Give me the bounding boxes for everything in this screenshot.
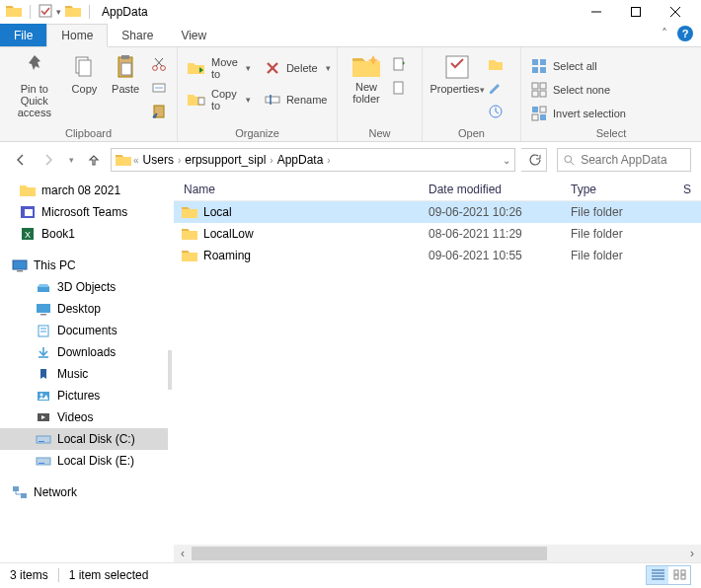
scroll-right-icon[interactable]: ›: [683, 545, 701, 562]
tree-item[interactable]: Desktop: [0, 298, 168, 320]
pin-to-quick-access-button[interactable]: Pin to Quick access: [6, 51, 63, 118]
breadcrumb-item[interactable]: AppData: [275, 153, 326, 167]
tree-item[interactable]: Pictures: [0, 385, 168, 406]
open-button[interactable]: [488, 53, 504, 75]
select-none-button[interactable]: Select none: [527, 79, 630, 101]
paste-shortcut-button[interactable]: [147, 101, 171, 122]
back-button[interactable]: [10, 149, 32, 171]
column-name[interactable]: Name: [174, 183, 428, 196]
svg-rect-29: [540, 67, 546, 73]
tree-item[interactable]: Local Disk (E:): [0, 450, 168, 472]
edit-button[interactable]: [488, 77, 504, 99]
svg-rect-28: [532, 67, 538, 73]
properties-button[interactable]: Properties▾: [428, 51, 486, 96]
svg-rect-8: [121, 55, 129, 59]
svg-rect-32: [532, 91, 538, 97]
recent-locations-button[interactable]: ▾: [65, 149, 77, 171]
address-dropdown-icon[interactable]: ⌄: [503, 155, 510, 166]
breadcrumb-item[interactable]: erpsupport_sipl: [183, 153, 268, 167]
help-icon[interactable]: ?: [677, 26, 693, 41]
svg-point-10: [153, 66, 158, 71]
svg-rect-67: [674, 570, 678, 574]
scroll-left-icon[interactable]: ‹: [174, 545, 192, 562]
column-size[interactable]: S: [679, 183, 701, 196]
group-label-clipboard: Clipboard: [6, 127, 171, 141]
tab-view[interactable]: View: [167, 24, 220, 46]
view-toggle[interactable]: [646, 565, 691, 585]
column-type[interactable]: Type: [571, 183, 679, 196]
window-title: AppData: [102, 5, 148, 19]
collapse-ribbon-icon[interactable]: ˄: [662, 27, 667, 40]
tree-item[interactable]: Microsoft Teams: [0, 201, 168, 223]
large-icons-view-icon[interactable]: [668, 566, 690, 584]
delete-button[interactable]: Delete▾: [261, 57, 335, 79]
tree-item[interactable]: X Book1: [0, 223, 168, 245]
move-to-button[interactable]: Move to▾: [184, 57, 255, 79]
group-label-new: New: [344, 127, 416, 141]
qat-dropdown-icon[interactable]: ▾: [56, 7, 61, 17]
group-label-select: Select: [527, 127, 695, 141]
scroll-thumb[interactable]: [192, 547, 547, 560]
chevron-right-icon[interactable]: ›: [178, 155, 181, 166]
title-bar: ▾ AppData: [0, 0, 701, 24]
column-headers[interactable]: Name Date modified Type S: [174, 178, 701, 201]
ribbon-tabs: File Home Share View ˄ ?: [0, 24, 701, 47]
invert-selection-button[interactable]: Invert selection: [527, 103, 630, 124]
copy-to-button[interactable]: Copy to▾: [184, 89, 255, 110]
tab-share[interactable]: Share: [108, 24, 167, 46]
address-bar[interactable]: « Users › erpsupport_sipl › AppData › ⌄: [111, 148, 515, 172]
svg-rect-26: [532, 59, 538, 65]
easy-access-button[interactable]: [391, 77, 407, 99]
tree-item[interactable]: Downloads: [0, 341, 168, 363]
select-all-button[interactable]: Select all: [527, 55, 630, 77]
history-button[interactable]: [488, 101, 504, 122]
tab-home[interactable]: Home: [46, 24, 108, 47]
row-type: File folder: [571, 205, 679, 219]
table-row[interactable]: Local09-06-2021 10:26File folder: [174, 201, 701, 223]
up-button[interactable]: [83, 149, 105, 171]
qat-item-icon[interactable]: [39, 4, 52, 21]
tree-item-network[interactable]: Network: [0, 481, 168, 503]
minimize-button[interactable]: [577, 0, 616, 24]
tree-item[interactable]: Music: [0, 363, 168, 385]
tree-item-local-disk-c[interactable]: Local Disk (C:): [0, 428, 168, 450]
tab-file[interactable]: File: [0, 24, 46, 46]
tree-item-this-pc[interactable]: This PC: [0, 255, 168, 276]
svg-rect-70: [681, 575, 685, 579]
tree-item[interactable]: Videos: [0, 406, 168, 428]
svg-line-39: [571, 161, 574, 164]
search-box[interactable]: [557, 148, 691, 172]
rename-button[interactable]: Rename: [261, 89, 335, 110]
svg-rect-47: [37, 304, 50, 313]
paste-button[interactable]: Paste: [106, 51, 145, 95]
close-button[interactable]: [656, 0, 695, 24]
svg-rect-22: [394, 58, 403, 70]
table-row[interactable]: Roaming09-06-2021 10:55File folder: [174, 245, 701, 266]
maximize-button[interactable]: [616, 0, 656, 24]
tree-item[interactable]: 3D Objects: [0, 276, 168, 298]
horizontal-scrollbar[interactable]: ‹ ›: [174, 545, 701, 562]
search-input[interactable]: [581, 153, 684, 167]
table-row[interactable]: LocalLow08-06-2021 11:29File folder: [174, 223, 701, 245]
chevron-left-icon[interactable]: «: [133, 155, 139, 166]
row-name: Roaming: [203, 249, 251, 262]
forward-button[interactable]: [38, 149, 59, 171]
copy-path-button[interactable]: [147, 77, 171, 99]
tree-item[interactable]: march 08 2021: [0, 180, 168, 201]
status-bar: 3 items 1 item selected: [0, 562, 701, 586]
tree-item[interactable]: Documents: [0, 320, 168, 341]
svg-rect-44: [13, 260, 27, 269]
refresh-button[interactable]: [521, 148, 547, 172]
svg-rect-36: [532, 114, 538, 120]
cut-button[interactable]: [147, 53, 171, 75]
column-date[interactable]: Date modified: [428, 183, 571, 196]
new-folder-button[interactable]: New folder: [344, 51, 389, 105]
details-view-icon[interactable]: [647, 566, 668, 584]
copy-button[interactable]: Copy: [65, 51, 105, 95]
navigation-tree[interactable]: march 08 2021 Microsoft Teams X Book1 Th…: [0, 178, 168, 562]
row-type: File folder: [571, 227, 679, 241]
row-date: 09-06-2021 10:55: [428, 249, 571, 262]
new-item-button[interactable]: [391, 53, 407, 75]
svg-rect-41: [25, 209, 33, 216]
breadcrumb-item[interactable]: Users: [141, 153, 176, 167]
